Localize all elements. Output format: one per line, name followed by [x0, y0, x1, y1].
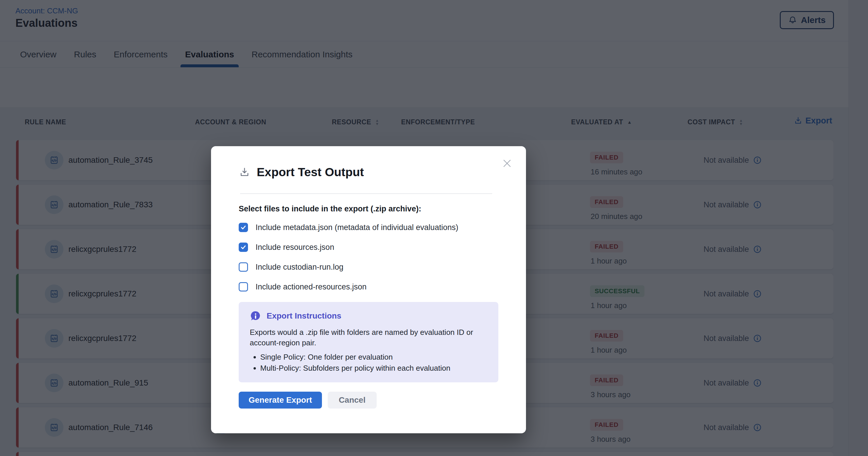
export-file-checkbox-row[interactable]: Include actioned-resources.json	[239, 282, 498, 292]
generate-export-button[interactable]: Generate Export	[239, 392, 322, 408]
download-icon	[239, 166, 250, 178]
export-instructions-bullets: Single Policy: One folder per evaluation…	[260, 352, 493, 373]
checkbox-label: Include custodian-run.log	[255, 263, 343, 272]
export-modal: Export Test Output Select files to inclu…	[211, 146, 526, 433]
modal-close-button[interactable]	[500, 157, 514, 170]
export-file-checkbox-row[interactable]: Include metadata.json (metadata of indiv…	[239, 223, 498, 232]
close-icon	[501, 157, 513, 169]
checkbox-label: Include resources.json	[255, 243, 334, 252]
checkbox[interactable]	[239, 262, 248, 272]
checkbox[interactable]	[239, 282, 248, 292]
checkbox[interactable]	[239, 223, 248, 232]
checkbox-label: Include actioned-resources.json	[255, 282, 367, 292]
export-instructions-bullet: Single Policy: One folder per evaluation	[260, 352, 493, 363]
modal-title: Export Test Output	[257, 165, 364, 179]
export-file-checkbox-list: Include metadata.json (metadata of indiv…	[239, 223, 498, 292]
export-instructions-box: Export Instructions Exports would a .zip…	[239, 302, 498, 382]
export-instructions-title: Export Instructions	[267, 311, 341, 321]
modal-divider	[240, 193, 492, 194]
info-bubble-icon	[250, 310, 261, 322]
modal-actions: Generate Export Cancel	[239, 392, 498, 408]
export-file-checkbox-row[interactable]: Include resources.json	[239, 243, 498, 252]
modal-body: Select files to include in the export (.…	[239, 205, 498, 408]
checkbox-label: Include metadata.json (metadata of indiv…	[255, 223, 458, 232]
checkbox[interactable]	[239, 243, 248, 252]
select-files-label: Select files to include in the export (.…	[239, 205, 498, 213]
export-file-checkbox-row[interactable]: Include custodian-run.log	[239, 262, 498, 272]
cancel-button[interactable]: Cancel	[328, 392, 377, 408]
export-instructions-bullet: Multi-Policy: Subfolders per policy with…	[260, 363, 493, 373]
modal-title-row: Export Test Output	[239, 165, 364, 179]
export-instructions-text: Exports would a .zip file with folders a…	[250, 327, 496, 348]
